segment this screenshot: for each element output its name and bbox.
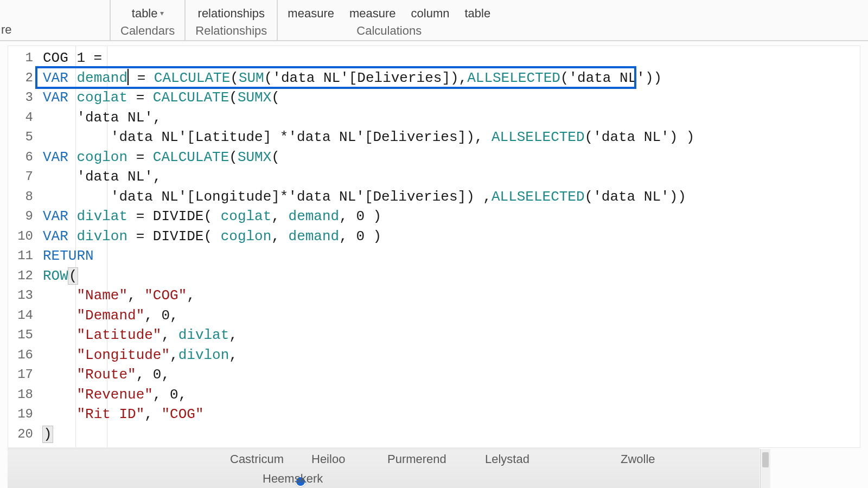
code-line[interactable]: "Demand", 0, [37, 306, 860, 326]
ribbon-new-measure[interactable]: measure [288, 7, 334, 21]
ribbon-item-label: column [411, 7, 450, 21]
code-token: COG 1 = [43, 50, 111, 66]
code-token: divlon [178, 347, 229, 363]
code-token: ( [203, 228, 220, 245]
code-line[interactable]: 'data NL', [37, 108, 860, 128]
code-token: CALCULATE [153, 89, 229, 106]
map-city-label: Heemskerk [263, 472, 323, 486]
code-token: ALLSELECTED [467, 70, 560, 86]
code-line[interactable]: 'data NL'[Longitude]*'data NL'[Deliverie… [37, 187, 860, 207]
ribbon-group-label: Calendars [120, 21, 175, 38]
line-number: 4 [8, 108, 37, 128]
code-token: 'data NL'[Latitude] *'data NL'[Deliverie… [43, 129, 492, 145]
code-token: CALCULATE [154, 70, 230, 86]
dax-formula-editor[interactable]: 1234567891011121314151617181920 COG 1 = … [8, 46, 860, 448]
code-area[interactable]: COG 1 = VAR demand = CALCULATE(SUM('data… [37, 46, 860, 447]
code-token: , 0, [153, 387, 187, 403]
ribbon: re table▾CalendarsrelationshipsRelations… [0, 0, 868, 41]
code-token: "Name" [76, 287, 127, 304]
code-token: "Revenue" [76, 387, 152, 403]
code-token: , 0 ) [339, 228, 381, 245]
code-token: , 0, [136, 367, 170, 383]
ribbon-group-calculations: measuremeasurecolumntableCalculations [278, 0, 500, 40]
code-line[interactable]: "Route", 0, [37, 365, 860, 385]
code-token: "COG" [161, 406, 203, 422]
code-token: ( [203, 208, 220, 224]
code-token: "Longitude" [76, 347, 170, 363]
code-line[interactable]: VAR divlat = DIVIDE( coglat, demand, 0 ) [37, 207, 860, 227]
code-token: = [127, 228, 153, 245]
line-number: 12 [8, 266, 37, 286]
code-token: SUMX [238, 149, 271, 165]
map-city-label: Castricum [230, 452, 284, 466]
code-token: ) ) [669, 129, 695, 145]
code-token: DIVIDE [153, 228, 204, 245]
code-line[interactable]: VAR coglat = CALCULATE(SUMX( [37, 88, 860, 108]
line-number: 15 [8, 325, 37, 345]
ribbon-new-column[interactable]: column [411, 7, 450, 21]
code-token: = [127, 89, 153, 106]
code-line[interactable]: VAR divlon = DIVIDE( coglon, demand, 0 ) [37, 227, 860, 247]
code-token: coglat [221, 208, 272, 224]
code-token: VAR [43, 208, 76, 224]
map-city-label: Lelystad [485, 452, 529, 466]
code-token: "Rit ID" [76, 406, 144, 422]
code-token: 'data NL' [593, 189, 669, 205]
code-token: , [127, 287, 144, 304]
code-token: 'data NL', [43, 169, 161, 185]
code-token: ( [585, 129, 593, 145]
code-token: )) [645, 70, 662, 86]
line-number: 7 [8, 167, 37, 187]
code-line[interactable]: "Longitude",divlon, [37, 345, 860, 365]
ribbon-group-relationships: relationshipsRelationships [186, 0, 278, 40]
line-number: 10 [8, 227, 37, 247]
line-number: 1 [8, 48, 37, 68]
code-line[interactable]: VAR coglon = CALCULATE(SUMX( [37, 147, 860, 168]
code-token: ROW [43, 268, 68, 284]
code-line[interactable]: ) [37, 425, 860, 445]
code-line[interactable]: 'data NL', [37, 167, 860, 187]
code-token [43, 307, 76, 324]
code-token: , [187, 287, 195, 304]
ribbon-new-table[interactable]: table▾ [132, 7, 164, 21]
ribbon-leader-fragment: re [0, 0, 111, 40]
code-token [43, 327, 76, 343]
code-token: 'data NL' [569, 70, 644, 86]
code-token: , [271, 228, 288, 245]
text-caret [127, 69, 129, 85]
code-token [43, 367, 76, 383]
code-token: SUMX [238, 89, 271, 106]
code-line[interactable]: "Revenue", 0, [37, 385, 860, 405]
line-number: 18 [8, 385, 37, 405]
code-token [43, 387, 76, 403]
ribbon-quick-measure[interactable]: measure [349, 7, 396, 21]
ribbon-manage-relationships[interactable]: relationships [198, 7, 265, 21]
code-line[interactable]: VAR demand = CALCULATE(SUM('data NL'[Del… [37, 68, 860, 88]
code-token: divlat [76, 208, 127, 224]
map-visual-partial[interactable]: CastricumHeilooHeemskerkPurmerendLelysta… [8, 448, 760, 488]
line-number: 5 [8, 127, 37, 147]
code-token: ( [229, 149, 238, 165]
code-line[interactable]: "Rit ID", "COG" [37, 404, 860, 425]
line-number-gutter: 1234567891011121314151617181920 [8, 46, 37, 447]
code-token: VAR [43, 70, 76, 86]
code-line[interactable]: RETURN [37, 246, 860, 266]
line-number: 11 [8, 246, 37, 266]
line-number: 20 [8, 425, 37, 445]
code-line[interactable]: 'data NL'[Latitude] *'data NL'[Deliverie… [37, 127, 860, 147]
code-line[interactable]: "Latitude", divlat, [37, 325, 860, 345]
vertical-scrollbar[interactable] [760, 449, 770, 488]
code-line[interactable]: "Name", "COG", [37, 286, 860, 306]
code-line[interactable]: ROW( [37, 266, 860, 286]
code-token: , [161, 327, 178, 343]
code-token: "Latitude" [76, 327, 161, 343]
code-token: coglat [76, 89, 127, 106]
code-line[interactable]: COG 1 = [37, 48, 860, 68]
line-number: 3 [8, 88, 37, 108]
code-token: SUM [239, 70, 264, 86]
ribbon-item-label: relationships [198, 7, 265, 21]
ribbon-new-calc-table[interactable]: table [464, 7, 490, 21]
code-token: CALCULATE [153, 149, 229, 165]
code-token: ), [450, 70, 467, 86]
line-number: 2 [8, 68, 37, 88]
